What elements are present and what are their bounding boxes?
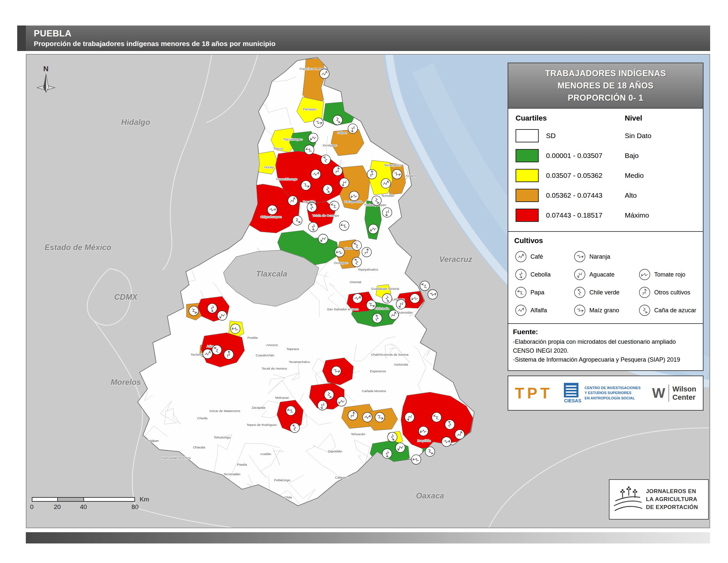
crop-circle [395, 443, 405, 452]
cultivo-icon [514, 286, 527, 299]
crop-icon [267, 205, 277, 214]
muni-label: Acateno [405, 174, 418, 177]
scale-tick: 20 [54, 503, 61, 511]
crop-icon [330, 201, 339, 211]
crop-icon [420, 281, 430, 291]
crop-icon [288, 196, 297, 205]
crop-circle [207, 304, 217, 313]
crop-icon [352, 257, 362, 267]
cultivo-icon [573, 286, 586, 299]
crop-circle [288, 196, 297, 205]
cultivo-label: Tomate rojo [654, 271, 685, 278]
ciesas-line-1: CENTRO DE INVESTIGACIONES [585, 386, 641, 391]
crop-icon [286, 406, 296, 416]
jornaleros-logo-box: JORNALEROS EN LA AGRICULTURA DE EXPORTAC… [609, 479, 709, 520]
legend-title-line-1: TRABAJADORES INDÍGENAS [510, 67, 701, 79]
crop-icon [396, 300, 406, 309]
crop-circle [353, 294, 362, 303]
crop-circle [321, 155, 331, 164]
cultivo-item: Cebolla [514, 267, 573, 282]
scale-bar: Km 0 20 40 80 [30, 497, 173, 511]
crop-circle [318, 234, 328, 244]
jornaleros-line-3: DE EXPORTACIÓN [646, 503, 698, 511]
class-swatch [516, 129, 539, 142]
cultivo-item [638, 249, 697, 264]
crop-icon [372, 313, 382, 323]
cuartiles-header: Cuartiles [516, 114, 625, 122]
ciesas-name: CIESAS [564, 398, 581, 403]
crop-circle [352, 257, 362, 267]
legend-title-line-3: PROPORCIÓN 0- 1 [510, 92, 701, 104]
muni-label: Chietla [197, 416, 207, 420]
crop-circle [340, 178, 349, 187]
crop-circle [516, 287, 526, 298]
muni-label: Tepeaca [287, 347, 299, 351]
cultivo-label: Caña de azucar [654, 307, 696, 314]
crop-circle [367, 300, 376, 310]
crop-icon [367, 169, 377, 179]
crop-dot [521, 257, 522, 258]
crop-circle [362, 247, 372, 257]
scale-tick: 0 [30, 503, 34, 511]
muni-label: Jalpan [338, 131, 347, 134]
class-nivel: Alto [625, 191, 696, 199]
muni-label: Chalchicomula de Sesma [371, 353, 408, 356]
crop-circle [372, 313, 382, 323]
crop-circle [293, 215, 302, 225]
crop-icon [340, 221, 349, 230]
cultivo-label: Otros cultivos [654, 289, 690, 296]
jornaleros-line-2: LA AGRICULTURA [646, 495, 698, 503]
cultivo-item: Alfalfa [514, 303, 573, 318]
crop-circle [267, 205, 277, 214]
muni-label: Tecali de Herrera [262, 367, 287, 370]
muni-label: Libres [344, 246, 353, 250]
ciesas-line-2: Y ESTUDIOS SUPERIORES [585, 391, 641, 396]
crop-icon [362, 247, 372, 257]
class-swatch [516, 149, 539, 162]
legend-title: TRABAJADORES INDÍGENAS MENORES DE 18 AÑO… [508, 63, 703, 109]
crop-icon [419, 426, 428, 436]
crop-icon [307, 202, 317, 212]
muni-label: Cuautinchán [256, 353, 274, 357]
crop-icon [389, 310, 398, 320]
muni-label: Xicotepec [322, 143, 337, 147]
crop-circle [308, 222, 318, 232]
cultivo-icon [573, 304, 586, 317]
crop-circle [330, 201, 339, 211]
crop-circle [308, 133, 318, 143]
legend-class-rows: SDSin Dato0.00001 - 0.03507Bajo0.03507 -… [516, 126, 696, 225]
scale-unit: Km [140, 496, 149, 503]
cultivo-label: Café [530, 253, 543, 260]
class-range: SD [546, 132, 625, 140]
muni-label: Tlaxco [273, 147, 283, 150]
crop-icon [425, 447, 435, 456]
wilson-w-icon: W [652, 385, 665, 401]
muni-label: Tetela de Ocampo [312, 213, 339, 217]
crop-circle [389, 310, 398, 320]
legend-class-row: 0.05362 - 0.07443Alto [516, 185, 696, 205]
crop-icon [203, 349, 212, 359]
crop-circle [455, 430, 465, 439]
crop-circle [290, 423, 299, 433]
map-frame: HidalgoEstado de MéxicoCDMXTlaxcalaMorel… [26, 54, 710, 528]
cultivo-item: Papa [514, 285, 573, 300]
legend-class-row: 0.07443 - 0.18517Máximo [516, 205, 696, 225]
crop-circle [639, 305, 650, 316]
crop-icon [212, 345, 222, 355]
cultivo-icon [514, 268, 527, 281]
crop-dot [324, 74, 325, 75]
scale-bar-graphic [32, 497, 135, 502]
crop-circle [372, 196, 381, 205]
class-nivel: Sin Dato [625, 132, 696, 140]
crop-icon [333, 115, 342, 125]
crop-icon [395, 443, 405, 452]
crop-circle [516, 305, 526, 316]
wilson-line-1: Wilson [672, 385, 696, 393]
crop-icon [321, 155, 331, 164]
crop-circle [432, 412, 441, 422]
crop-icon [231, 324, 240, 334]
crop-circle [639, 287, 650, 298]
class-swatch [516, 189, 539, 202]
ciesas-text: CENTRO DE INVESTIGACIONES Y ESTUDIOS SUP… [585, 386, 641, 401]
muni-label: Zoquitlán [417, 439, 431, 443]
